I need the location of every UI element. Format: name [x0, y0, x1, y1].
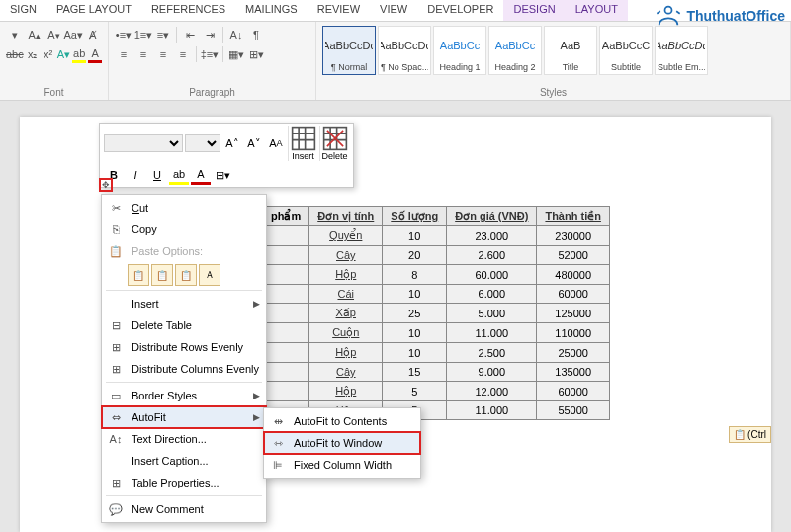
table-cell[interactable]	[263, 363, 309, 382]
bullets-icon[interactable]: •≡▾	[115, 26, 132, 44]
table-cell[interactable]	[263, 226, 309, 246]
table-cell[interactable]: 480000	[537, 265, 610, 285]
table-cell[interactable]	[263, 265, 309, 285]
menu-insert[interactable]: Insert▶	[102, 293, 266, 314]
table-cell[interactable]: 55000	[537, 401, 610, 420]
shrink-font-icon[interactable]: A▾	[45, 26, 63, 44]
table-cell[interactable]: 11.000	[447, 401, 537, 420]
menu-distribute-rows[interactable]: ⊞Distribute Rows Evenly	[102, 336, 266, 358]
table-row[interactable]: Cây202.60052000	[263, 246, 610, 265]
menu-border-styles[interactable]: ▭Border Styles▶	[102, 385, 266, 406]
table-cell[interactable]: Hộp	[309, 343, 383, 363]
style-heading1[interactable]: AaBbCcHeading 1	[433, 26, 486, 75]
table-row[interactable]: Hộp860.000480000	[263, 265, 610, 285]
style-normal[interactable]: AaBbCcDc¶ Normal	[322, 26, 376, 75]
table-cell[interactable]: 230000	[537, 226, 610, 246]
justify-icon[interactable]: ≡	[174, 45, 192, 63]
grow-font-icon[interactable]: A▴	[26, 26, 44, 44]
table-cell[interactable]: 15	[383, 363, 447, 382]
table-cell[interactable]: 125000	[537, 304, 610, 323]
table-cell[interactable]: Hộp	[309, 265, 383, 285]
tab-references[interactable]: REFERENCES	[141, 0, 235, 21]
paste-options-hint[interactable]: 📋 (Ctrl	[729, 426, 771, 443]
menu-cut[interactable]: ✂Cut	[102, 197, 266, 219]
style-heading2[interactable]: AaBbCcHeading 2	[488, 26, 542, 75]
subscript-icon[interactable]: x₂	[26, 45, 40, 63]
mini-shrink-font-icon[interactable]: A˅	[244, 133, 264, 153]
table-cell[interactable]: 5	[383, 382, 447, 401]
data-table[interactable]: phẩm Đơn vị tính Số lượng Đơn giá (VNĐ) …	[262, 206, 610, 420]
style-subtle-em[interactable]: AaBbCcDcSubtle Em...	[655, 26, 708, 75]
table-cell[interactable]: 60000	[537, 382, 610, 401]
table-cell[interactable]: Cây	[309, 246, 383, 265]
col-total[interactable]: Thành tiền	[537, 207, 610, 226]
shading-icon[interactable]: ▦▾	[227, 45, 245, 63]
align-left-icon[interactable]: ≡	[115, 45, 132, 63]
mini-highlight-icon[interactable]: ab	[169, 165, 189, 185]
tab-developer[interactable]: DEVELOPER	[417, 0, 503, 21]
menu-distribute-cols[interactable]: ⊞Distribute Columns Evenly	[102, 358, 266, 380]
table-row[interactable]: Cây159.000135000	[263, 363, 610, 382]
menu-insert-caption[interactable]: Insert Caption...	[102, 450, 266, 472]
table-cell[interactable]: 10	[383, 226, 447, 246]
style-subtitle[interactable]: AaBbCcCSubtitle	[599, 26, 653, 75]
table-cell[interactable]: 2.600	[447, 246, 537, 265]
mini-font-name[interactable]	[104, 134, 183, 152]
mini-grow-font-icon[interactable]: A˄	[222, 133, 242, 153]
clear-format-icon[interactable]: A̸	[84, 26, 102, 44]
table-cell[interactable]: 6.000	[447, 285, 537, 304]
table-cell[interactable]: 23.000	[447, 226, 537, 246]
table-cell[interactable]	[263, 323, 309, 343]
table-row[interactable]: Cuộn1011.000110000	[263, 323, 610, 343]
mini-styles-icon[interactable]: AA	[266, 133, 286, 153]
mini-italic-icon[interactable]: I	[126, 165, 145, 185]
table-cell[interactable]: 60000	[537, 285, 610, 304]
table-cell[interactable]: 60.000	[447, 265, 537, 285]
table-cell[interactable]: 5.000	[447, 304, 537, 323]
tab-page-layout[interactable]: PAGE LAYOUT	[46, 0, 141, 21]
table-cell[interactable]: 25	[383, 304, 447, 323]
menu-new-comment[interactable]: 💬New Comment	[102, 498, 266, 520]
table-row[interactable]: Cái106.00060000	[263, 285, 610, 304]
table-cell[interactable]: 10	[383, 323, 447, 343]
show-marks-icon[interactable]: ¶	[247, 26, 265, 44]
decrease-indent-icon[interactable]: ⇤	[181, 26, 199, 44]
table-cell[interactable]: 10	[383, 343, 447, 363]
table-cell[interactable]	[263, 382, 309, 401]
tab-view[interactable]: VIEW	[370, 0, 417, 21]
paste-merge-icon[interactable]: 📋	[151, 264, 173, 286]
table-move-handle[interactable]: ✥	[99, 178, 113, 192]
tab-mailings[interactable]: MAILINGS	[235, 0, 308, 21]
table-cell[interactable]: Xấp	[309, 304, 383, 323]
table-cell[interactable]	[263, 343, 309, 363]
table-cell[interactable]: 11.000	[447, 323, 537, 343]
highlight-icon[interactable]: ab	[72, 45, 86, 63]
menu-text-direction[interactable]: A↕Text Direction...	[102, 428, 266, 450]
menu-table-properties[interactable]: ⊞Table Properties...	[102, 472, 266, 493]
table-row[interactable]: Quyển1023.000230000	[263, 226, 610, 246]
font-color-icon[interactable]: A	[88, 45, 102, 63]
text-effects-icon[interactable]: A▾	[56, 45, 70, 63]
tab-review[interactable]: REVIEW	[308, 0, 370, 21]
mini-underline-icon[interactable]: U	[147, 165, 167, 185]
table-cell[interactable]: 52000	[537, 246, 610, 265]
style-title[interactable]: AaBTitle	[544, 26, 597, 75]
submenu-fixed-width[interactable]: ⊫Fixed Column Width	[264, 454, 420, 476]
font-dropdown[interactable]: ▾	[6, 26, 24, 44]
superscript-icon[interactable]: x²	[42, 45, 55, 63]
strike-icon[interactable]: abc	[6, 45, 24, 63]
paste-text-icon[interactable]: Ａ	[199, 264, 220, 286]
table-cell[interactable]: Cái	[309, 285, 383, 304]
mini-insert-button[interactable]: Insert	[288, 126, 317, 161]
tab-table-design[interactable]: DESIGN	[503, 0, 565, 21]
mini-font-color-icon[interactable]: A	[191, 165, 211, 185]
col-price[interactable]: Đơn giá (VNĐ)	[447, 207, 537, 226]
menu-copy[interactable]: ⎘Copy	[102, 219, 266, 240]
menu-autofit[interactable]: ⇔AutoFit▶	[101, 405, 267, 429]
table-row[interactable]: Hộp512.00060000	[263, 382, 610, 401]
table-cell[interactable]: 10	[383, 285, 447, 304]
sort-icon[interactable]: A↓	[227, 26, 245, 44]
table-cell[interactable]: Cây	[309, 363, 383, 382]
tab-table-layout[interactable]: LAYOUT	[566, 0, 628, 21]
table-cell[interactable]: 110000	[537, 323, 610, 343]
